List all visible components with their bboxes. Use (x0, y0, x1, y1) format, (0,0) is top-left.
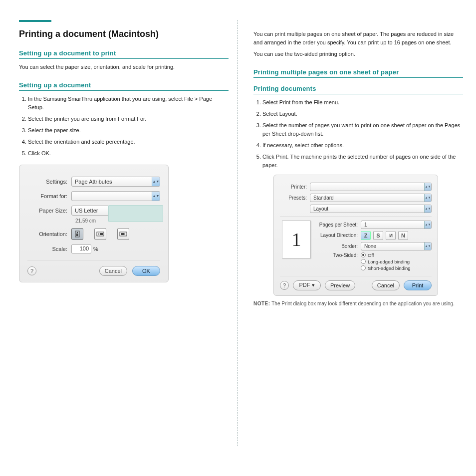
radio-icon (361, 252, 366, 257)
right-intro-2: You can use the two-sided printing optio… (253, 50, 463, 58)
twosided-label: Two-Sided: (318, 252, 361, 258)
chevron-updown-icon: ▲▼ (152, 192, 160, 201)
step-item: Select the orientation and scale percent… (28, 138, 229, 146)
layout-direction-button[interactable]: ᴎ (386, 231, 396, 240)
printer-select[interactable]: ▲▼ (310, 183, 432, 191)
settings-value: Page Attributes (75, 179, 112, 185)
svg-rect-8 (121, 233, 124, 235)
subheading-multipage: Printing multiple pages on one sheet of … (253, 68, 463, 78)
twosided-option[interactable]: Off (361, 252, 411, 258)
note-text: The Print dialog box may look different … (271, 301, 455, 306)
step-item: Select the number of pages you want to p… (262, 121, 463, 138)
printer-label: Printer: (280, 184, 310, 190)
chevron-updown-icon: ▲▼ (424, 221, 431, 229)
chevron-updown-icon: ▲▼ (424, 205, 431, 213)
section-value: Layout (313, 206, 328, 212)
scale-input[interactable]: 100 (71, 244, 91, 253)
note-block: NOTE: The Print dialog box may look diff… (253, 301, 463, 306)
pps-value: 1 (364, 222, 367, 228)
cancel-button[interactable]: Cancel (99, 266, 127, 276)
column-divider (238, 20, 238, 446)
twosided-option[interactable]: Short-edged binding (361, 265, 411, 271)
steps-right: Select Print from the File menu.Select L… (253, 98, 463, 170)
portrait-icon (74, 231, 80, 238)
format-for-select[interactable]: ▲▼ (71, 191, 160, 201)
pdf-button[interactable]: PDF ▾ (293, 280, 321, 290)
subheading-printing-docs: Printing documents (253, 85, 463, 94)
presets-label: Presets: (280, 195, 310, 201)
paper-size-label: Paper Size: (27, 208, 71, 214)
border-select[interactable]: None ▲▼ (361, 242, 432, 250)
svg-point-1 (77, 232, 78, 233)
landscape-left-icon (96, 231, 104, 237)
chevron-updown-icon: ▲▼ (424, 194, 431, 202)
presets-select[interactable]: Standard ▲▼ (310, 194, 432, 202)
chevron-updown-icon: ▲▼ (152, 177, 160, 186)
layout-direction-button[interactable]: Z (361, 231, 371, 240)
chevron-updown-icon: ▲▼ (424, 183, 431, 191)
step-item: Select Layout. (262, 110, 463, 118)
help-button[interactable]: ? (27, 266, 36, 275)
orientation-landscape-right-button[interactable] (117, 228, 129, 240)
steps-left: In the Samsung SmarThru application that… (19, 95, 229, 158)
step-item: If necessary, select other options. (262, 141, 463, 150)
paper-body: You can select the paper size, orientati… (19, 63, 229, 71)
step-item: Select Print from the File menu. (262, 98, 463, 107)
settings-select[interactable]: Page Attributes ▲▼ (71, 177, 160, 187)
orientation-label: Orientation: (27, 231, 71, 237)
page-setup-dialog: Settings: Page Attributes ▲▼ Format for:… (19, 165, 169, 282)
step-item: Select the paper size. (28, 126, 229, 135)
paper-size-value: US Letter (75, 208, 98, 214)
orientation-portrait-button[interactable] (71, 228, 83, 240)
radio-icon (361, 259, 366, 264)
subheading-setup: Setting up a document to print (19, 49, 229, 59)
scale-pct: % (93, 246, 98, 252)
layout-preview: 1 (282, 221, 311, 258)
pps-select[interactable]: 1 ▲▼ (361, 221, 432, 229)
chevron-updown-icon: ▲▼ (424, 242, 431, 250)
layout-direction-button[interactable]: N (398, 231, 408, 240)
right-column: You can print multiple pages on one shee… (253, 19, 463, 309)
svg-point-4 (98, 234, 99, 235)
layoutdir-label: Layout Direction: (318, 233, 361, 238)
settings-label: Settings: (27, 179, 71, 185)
step-item: Click OK. (28, 149, 229, 158)
landscape-right-icon (119, 231, 127, 237)
left-column: Printing a document (Macintosh) Setting … (19, 19, 229, 282)
format-for-label: Format for: (27, 193, 71, 199)
note-label: NOTE: (253, 301, 270, 306)
border-label: Border: (318, 243, 361, 249)
ok-button[interactable]: OK (132, 266, 160, 276)
twosided-option[interactable]: Long-edged binding (361, 259, 411, 264)
pps-label: Pages per Sheet: (318, 222, 361, 228)
step-item: Click Print. The machine prints the sele… (262, 153, 463, 170)
orientation-landscape-left-button[interactable] (94, 228, 106, 240)
help-button[interactable]: ? (280, 281, 289, 290)
svg-rect-2 (76, 234, 78, 236)
svg-rect-5 (100, 233, 103, 235)
section-title: Printing a document (Macintosh) (19, 29, 229, 39)
step-item: Select the printer you are using from Fo… (28, 115, 229, 123)
step-item: In the Samsung SmarThru application that… (28, 95, 229, 112)
scale-label: Scale: (27, 246, 71, 252)
subheading-setup-doc: Setting up a document (19, 81, 229, 91)
svg-point-7 (124, 234, 125, 235)
right-intro-1: You can print multiple pages on one shee… (253, 30, 463, 46)
border-value: None (364, 243, 376, 249)
section-select[interactable]: Layout ▲▼ (310, 205, 432, 213)
radio-label: Off (368, 252, 374, 258)
presets-value: Standard (313, 195, 334, 201)
cancel-button[interactable]: Cancel (372, 280, 400, 290)
print-dialog: Printer: ▲▼ Presets: Standard ▲▼ Layout … (273, 175, 438, 296)
layout-direction-button[interactable]: S (373, 231, 383, 240)
radio-icon (361, 265, 366, 270)
format-for-highlight (108, 205, 163, 222)
radio-label: Long-edged binding (368, 259, 410, 264)
radio-label: Short-edged binding (368, 265, 411, 271)
print-button[interactable]: Print (404, 280, 432, 290)
preview-button[interactable]: Preview (325, 280, 355, 290)
